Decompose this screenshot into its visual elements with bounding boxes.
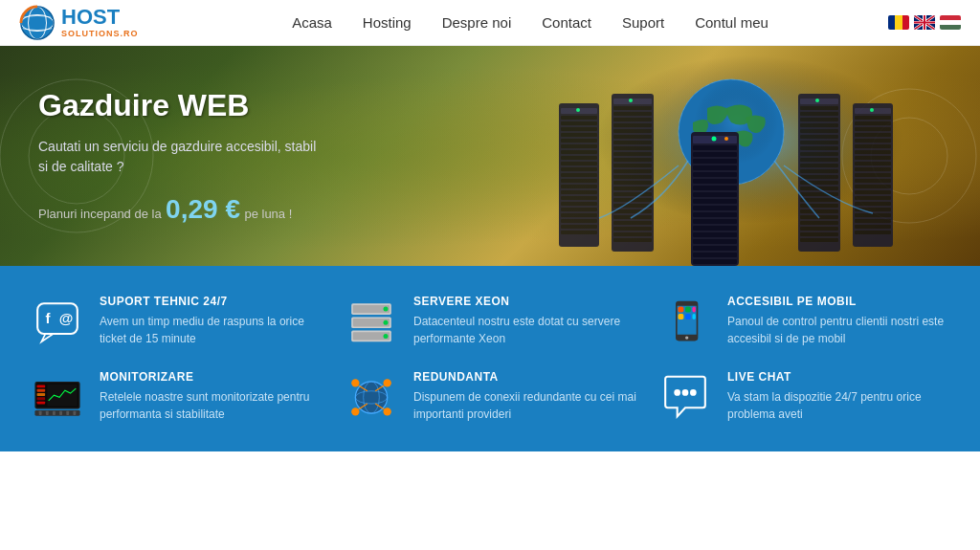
svg-rect-133 [693,219,737,224]
feature-chat: LIVE CHAT Va stam la dispozitie 24/7 pen… [657,370,951,423]
svg-point-189 [674,389,680,396]
feature-redundancy-text: REDUNDANTA Dispunem de conexii redundant… [413,370,637,423]
feature-support-text: SUPORT TEHNIC 24/7 Avem un timp mediu de… [100,295,323,347]
svg-rect-104 [855,173,891,177]
feature-chat-desc: Va stam la dispozitie 24/7 pentru orice … [727,388,951,423]
hero-subtitle: Cautati un serviciu de gazduire accesibi… [38,137,325,177]
svg-point-37 [576,108,580,112]
svg-rect-58 [613,209,652,213]
svg-rect-122 [693,145,737,150]
svg-rect-166 [37,388,46,391]
svg-rect-78 [800,169,838,173]
svg-rect-72 [800,135,838,139]
chat-icon [657,370,714,423]
svg-rect-29 [561,190,597,194]
svg-rect-113 [855,225,891,229]
svg-rect-137 [693,246,737,251]
hero-price: 0,29 € [166,194,240,224]
flag-hungary[interactable] [940,15,961,30]
svg-rect-109 [855,202,891,206]
svg-rect-60 [613,221,652,225]
nav-acasa[interactable]: Acasa [292,14,332,31]
feature-support-title: SUPORT TEHNIC 24/7 [100,295,323,308]
svg-rect-112 [855,219,891,223]
feature-monitor-desc: Retelele noastre sunt monitorizate pentr… [100,388,323,423]
svg-rect-36 [561,231,597,234]
svg-point-156 [685,336,688,339]
logo-globe-icon [19,5,56,41]
svg-rect-95 [855,121,891,125]
svg-rect-128 [693,186,737,190]
svg-point-181 [351,379,359,386]
svg-point-91 [815,99,819,102]
svg-rect-99 [855,144,891,148]
svg-rect-66 [800,99,838,104]
svg-rect-67 [800,106,838,110]
logo-host-text: HOST [61,6,139,29]
svg-rect-30 [561,196,597,200]
svg-rect-88 [800,227,838,231]
svg-rect-126 [693,172,737,177]
svg-point-182 [384,379,391,386]
hero-illustration [540,55,923,266]
hero-title: Gazduire WEB [38,88,325,123]
svg-rect-35 [561,225,597,229]
svg-rect-71 [800,129,838,133]
features-section: f @ SUPORT TEHNIC 24/7 Avem un timp medi… [0,266,980,451]
svg-rect-169 [37,401,46,404]
svg-point-153 [384,333,389,338]
feature-server-desc: Datacenteul nostru este dotat cu servere… [413,313,637,347]
svg-rect-96 [855,127,891,131]
hero-price-suffix: pe luna ! [244,207,292,221]
svg-point-115 [870,108,874,112]
svg-rect-75 [800,152,838,156]
svg-rect-138 [693,253,737,257]
svg-rect-69 [800,118,838,121]
svg-rect-105 [855,179,891,183]
feature-chat-title: LIVE CHAT [727,370,951,384]
svg-rect-160 [679,314,684,319]
svg-rect-162 [693,314,696,319]
svg-rect-84 [800,204,838,208]
svg-rect-134 [693,226,737,231]
flag-romania[interactable] [888,15,909,30]
main-nav: Acasa Hosting Despre noi Contact Suport … [172,14,888,31]
svg-rect-101 [855,156,891,160]
svg-rect-76 [800,158,838,162]
language-flags [888,15,961,30]
svg-rect-176 [66,410,69,414]
nav-despre-noi[interactable]: Despre noi [442,14,512,31]
svg-rect-74 [800,146,838,150]
svg-rect-139 [693,259,737,264]
nav-contact[interactable]: Contact [542,14,591,31]
feature-support-desc: Avem un timp mediu de raspuns la orice t… [100,313,323,347]
svg-rect-111 [855,213,891,217]
svg-point-140 [712,137,717,142]
feature-chat-text: LIVE CHAT Va stam la dispozitie 24/7 pen… [727,370,951,423]
logo-text: HOST SOLUTIONS.RO [61,6,139,38]
svg-rect-135 [693,232,737,237]
header: HOST SOLUTIONS.RO Acasa Hosting Despre n… [0,0,980,46]
svg-rect-55 [613,192,652,196]
svg-rect-62 [613,232,652,236]
svg-rect-50 [613,164,652,167]
nav-hosting[interactable]: Hosting [363,14,412,31]
svg-point-184 [384,407,391,415]
svg-rect-173 [46,410,49,414]
flag-uk[interactable] [914,15,935,30]
svg-rect-61 [613,227,652,231]
svg-rect-46 [613,141,652,144]
svg-rect-48 [613,152,652,156]
nav-contul-meu[interactable]: Contul meu [695,14,768,31]
svg-rect-97 [855,133,891,137]
mobile-icon [657,295,714,347]
svg-rect-16 [561,116,597,120]
svg-rect-70 [800,123,838,127]
feature-server: SERVERE XEON Datacenteul nostru este dot… [343,295,637,347]
svg-rect-57 [613,204,652,208]
svg-rect-44 [613,129,652,133]
svg-rect-167 [37,393,46,396]
feature-mobile-desc: Panoul de control pentru clientii nostri… [727,313,951,347]
svg-rect-129 [693,192,737,197]
nav-suport[interactable]: Suport [622,14,664,31]
